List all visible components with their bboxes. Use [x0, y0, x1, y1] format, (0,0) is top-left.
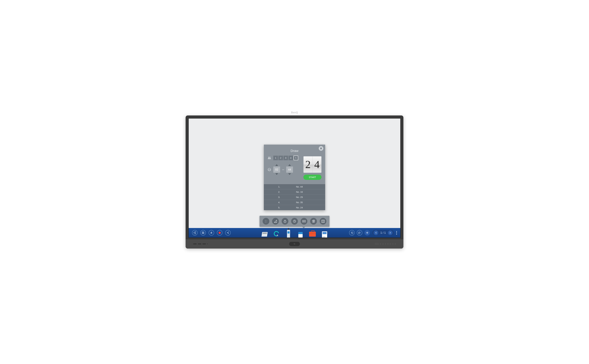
result-row: 2.No. 16 — [264, 189, 325, 195]
speaker-bar: ℕ — [186, 239, 403, 248]
briefcase-icon — [309, 232, 316, 237]
result-digit-1: 2 — [304, 156, 313, 173]
people-tab-2[interactable]: 2 — [278, 156, 283, 160]
nfc-badge: ℕ — [289, 242, 300, 246]
start-button[interactable]: START — [303, 175, 321, 180]
save-icon — [202, 231, 204, 234]
svg-point-0 — [268, 157, 269, 158]
cards-icon — [312, 220, 315, 223]
select-tool[interactable] — [273, 228, 280, 238]
stopwatch-icon — [283, 220, 287, 223]
tool-tray: + −× ÷ 97 — [260, 216, 329, 227]
timer-tool[interactable] — [291, 218, 298, 225]
plus-icon — [366, 232, 368, 234]
stopwatch-tool[interactable] — [281, 218, 288, 225]
range-separator: – — [282, 168, 284, 172]
right-controls — [375, 243, 396, 245]
marker-icon — [287, 230, 290, 238]
prev-page-button[interactable] — [374, 230, 378, 235]
people-tab-5[interactable]: 5 — [294, 156, 298, 160]
fill-tool[interactable] — [261, 228, 268, 238]
numbers-icon: 123 — [268, 168, 271, 171]
document-tool[interactable] — [321, 228, 328, 238]
eraser-icon — [298, 232, 303, 238]
taskbar: 1 / 1 — [189, 228, 400, 238]
taskbar-right: 1 / 1 — [349, 230, 397, 236]
undo-button[interactable] — [349, 230, 355, 235]
result-digit-2: 4 — [313, 156, 321, 173]
result-row: 4.No. 35 — [264, 200, 325, 205]
timer-icon — [293, 220, 296, 223]
redo-icon — [358, 231, 361, 234]
range-from-up[interactable] — [275, 164, 278, 166]
svg-text:9: 9 — [303, 221, 303, 222]
scoreboard-icon: 97 — [302, 220, 306, 223]
share-button[interactable] — [225, 230, 231, 235]
svg-text:× ÷: × ÷ — [265, 221, 267, 223]
pen-tool[interactable] — [285, 228, 292, 238]
record-icon — [219, 232, 221, 234]
left-ports — [193, 244, 208, 244]
calculator-tool[interactable]: + −× ÷ — [263, 218, 269, 225]
result-row: 3.No. 29 — [264, 195, 325, 200]
result-row: 1.No. 44 — [264, 184, 325, 189]
people-icon — [268, 157, 271, 159]
scoreboard-tool[interactable]: 97 — [301, 218, 308, 225]
monitor-frame: Draw 1 2 3 4 5 123 02 — [186, 116, 403, 248]
results-list: 1.No. 44 2.No. 16 3.No. 29 4.No. 35 5.No… — [264, 184, 325, 210]
chevron-left-icon — [375, 232, 377, 234]
brand-label: BenQ — [291, 111, 298, 114]
svg-rect-12 — [321, 220, 325, 222]
undo-icon — [350, 231, 353, 234]
more-button[interactable] — [396, 231, 397, 234]
draw-tool[interactable] — [310, 218, 317, 225]
exit-button[interactable] — [192, 230, 197, 235]
range-from-stepper: 02 — [273, 164, 280, 175]
record-button[interactable] — [217, 230, 223, 235]
svg-text:7: 7 — [305, 221, 305, 222]
swap-button[interactable] — [209, 230, 214, 235]
toolbox-button[interactable] — [309, 228, 316, 238]
draw-dialog: Draw 1 2 3 4 5 123 02 — [264, 145, 325, 210]
svg-text:123: 123 — [268, 169, 270, 170]
team-tool[interactable] — [320, 218, 326, 225]
redo-button[interactable] — [357, 230, 362, 235]
people-tab-1[interactable]: 1 — [273, 156, 278, 160]
screen: Draw 1 2 3 4 5 123 02 — [188, 118, 401, 238]
columns-icon — [321, 220, 325, 223]
dots-icon — [396, 231, 397, 232]
chevron-right-icon — [389, 232, 391, 234]
share-icon — [227, 231, 229, 234]
range-to-down[interactable] — [288, 173, 291, 175]
eraser-tool[interactable] — [297, 228, 304, 238]
ruler-tool[interactable] — [272, 218, 279, 225]
exit-icon — [193, 231, 196, 234]
svg-point-1 — [269, 157, 270, 158]
dialog-title: Draw — [264, 145, 325, 156]
taskbar-center — [261, 228, 328, 238]
range-to-up[interactable] — [288, 164, 291, 166]
document-icon — [322, 231, 327, 238]
result-row: 5.No. 24 — [264, 205, 325, 210]
page-indicator: 1 / 1 — [380, 231, 387, 234]
add-page-button[interactable] — [364, 230, 370, 235]
people-count-tabs: 1 2 3 4 5 — [273, 156, 298, 160]
close-button[interactable] — [319, 146, 323, 151]
close-icon — [320, 147, 322, 150]
svg-text:+ −: + − — [265, 220, 267, 221]
swap-icon — [210, 231, 213, 234]
range-from-value: 02 — [273, 167, 280, 173]
people-tab-3[interactable]: 3 — [283, 156, 288, 160]
result-display: 2 4 — [303, 156, 321, 173]
ruler-icon — [274, 220, 277, 223]
paint-bucket-icon — [262, 232, 268, 237]
range-from-down[interactable] — [275, 173, 278, 175]
range-to-value: 44 — [286, 167, 293, 173]
save-button[interactable] — [200, 230, 206, 235]
people-tab-4[interactable]: 4 — [288, 156, 293, 160]
next-page-button[interactable] — [388, 230, 393, 235]
range-to-stepper: 44 — [286, 164, 293, 175]
lasso-icon — [273, 230, 280, 237]
calculator-icon: + −× ÷ — [264, 220, 268, 223]
page-navigation: 1 / 1 — [372, 230, 394, 236]
